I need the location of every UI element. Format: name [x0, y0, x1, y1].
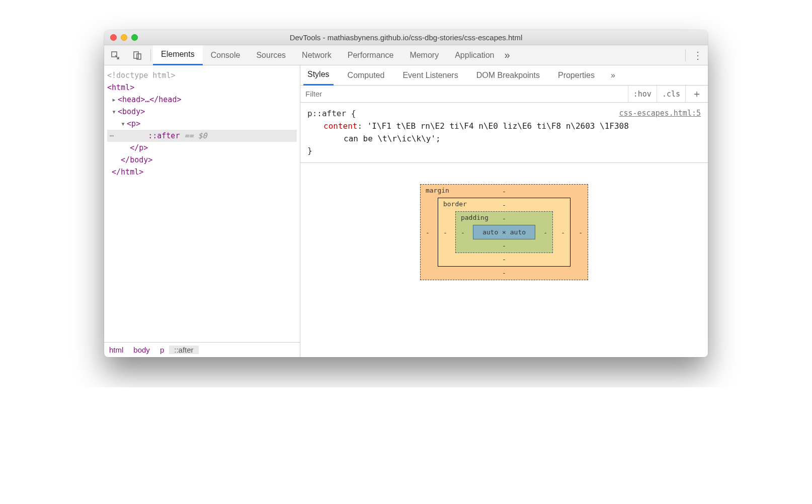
tab-elements[interactable]: Elements — [153, 45, 203, 65]
dom-after-pseudo: ::after — [148, 131, 180, 140]
dom-html-open[interactable]: <html> — [107, 83, 134, 92]
dom-selected-node[interactable]: ⋯ ::after == $0 — [107, 130, 297, 142]
crumb-html[interactable]: html — [104, 346, 128, 354]
minimize-icon[interactable] — [121, 34, 127, 41]
margin-label: margin — [426, 187, 449, 194]
breadcrumb: html body p ::after — [104, 342, 300, 357]
box-margin[interactable]: margin - - - - border - - - - padding — [420, 184, 588, 280]
tab-memory[interactable]: Memory — [401, 45, 447, 65]
css-property-value[interactable]: 'I\F1 t\EB rn\E2 ti\F4 n\E0 liz\E6 ti\F8… — [367, 121, 629, 131]
css-property-value-cont: can be \t\r\ic\k\y'; — [344, 134, 441, 143]
crumb-body[interactable]: body — [128, 346, 155, 354]
border-left[interactable]: - — [443, 228, 447, 236]
border-bottom[interactable]: - — [502, 256, 506, 263]
tab-application[interactable]: Application — [447, 45, 502, 65]
crumb-p[interactable]: p — [155, 346, 169, 354]
dom-p-close[interactable]: </p> — [130, 143, 148, 152]
inspect-icon[interactable] — [104, 45, 126, 65]
dom-html-close[interactable]: </html> — [112, 167, 143, 177]
border-label: border — [443, 200, 467, 208]
dom-head[interactable]: <head>…</head> — [118, 95, 181, 104]
panels-split: <!doctype html> <html> ▸<head>…</head> ▾… — [104, 65, 708, 357]
divider — [685, 49, 686, 61]
subtabs-overflow-icon[interactable]: » — [609, 65, 617, 86]
padding-left[interactable]: - — [461, 228, 465, 236]
cls-toggle[interactable]: .cls — [657, 86, 685, 102]
new-rule-button[interactable]: ＋ — [685, 86, 708, 102]
dom-doctype[interactable]: <!doctype html> — [107, 69, 297, 81]
svg-rect-1 — [134, 52, 138, 58]
styles-panel: Styles Computed Event Listeners DOM Brea… — [300, 65, 708, 357]
subtab-computed[interactable]: Computed — [344, 65, 389, 86]
chevron-down-icon[interactable]: ▾ — [121, 118, 127, 130]
chevron-right-icon[interactable]: ▸ — [112, 94, 118, 106]
border-right[interactable]: - — [561, 228, 565, 236]
padding-bottom[interactable]: - — [502, 242, 506, 249]
dom-body-open[interactable]: <body> — [118, 107, 145, 116]
zoom-icon[interactable] — [131, 34, 138, 41]
dom-p-open[interactable]: <p> — [127, 119, 140, 128]
subtab-properties[interactable]: Properties — [554, 65, 599, 86]
margin-top[interactable]: - — [502, 188, 506, 195]
crumb-after[interactable]: ::after — [169, 346, 198, 354]
styles-tabbar: Styles Computed Event Listeners DOM Brea… — [300, 65, 708, 86]
window-title: DevTools - mathiasbynens.github.io/css-d… — [104, 33, 708, 42]
ellipsis-icon: ⋯ — [107, 130, 116, 142]
subtab-dom-breakpoints[interactable]: DOM Breakpoints — [472, 65, 544, 86]
dom-eq-zero: == $0 — [180, 131, 207, 140]
rule-source-link[interactable]: css-escapes.html:5 — [619, 108, 701, 119]
settings-menu-icon[interactable]: ⋮ — [688, 49, 708, 61]
padding-top[interactable]: - — [502, 215, 506, 222]
subtab-event-listeners[interactable]: Event Listeners — [398, 65, 462, 86]
rule-close-brace: } — [307, 146, 312, 155]
margin-right[interactable]: - — [579, 228, 583, 236]
box-content[interactable]: auto × auto — [473, 225, 535, 239]
titlebar: DevTools - mathiasbynens.github.io/css-d… — [104, 30, 708, 45]
main-tabbar: Elements Console Sources Network Perform… — [104, 45, 708, 65]
css-rule[interactable]: css-escapes.html:5 p::after { content: '… — [300, 103, 708, 163]
box-model[interactable]: margin - - - - border - - - - padding — [300, 163, 708, 357]
devtools-window: DevTools - mathiasbynens.github.io/css-d… — [104, 30, 708, 357]
padding-right[interactable]: - — [543, 228, 547, 236]
tabs-overflow-icon[interactable]: » — [504, 49, 510, 61]
hov-toggle[interactable]: :hov — [628, 86, 657, 102]
divider — [150, 49, 151, 61]
styles-filter-input[interactable] — [300, 90, 628, 98]
device-toggle-icon[interactable] — [126, 45, 148, 65]
box-padding[interactable]: padding - - - - auto × auto — [455, 211, 553, 253]
tab-performance[interactable]: Performance — [340, 45, 402, 65]
tab-console[interactable]: Console — [203, 45, 249, 65]
css-property-name[interactable]: content — [323, 121, 357, 131]
rule-selector: p::after { — [307, 109, 356, 118]
close-icon[interactable] — [110, 34, 117, 41]
elements-panel: <!doctype html> <html> ▸<head>…</head> ▾… — [104, 65, 300, 357]
margin-bottom[interactable]: - — [502, 269, 506, 277]
border-top[interactable]: - — [502, 201, 506, 209]
dom-body-close[interactable]: </body> — [121, 155, 152, 164]
subtab-styles[interactable]: Styles — [303, 65, 334, 86]
padding-label: padding — [461, 214, 489, 221]
traffic-lights — [110, 34, 138, 41]
margin-left[interactable]: - — [426, 228, 430, 236]
box-border[interactable]: border - - - - padding - - - - au — [438, 198, 571, 267]
dom-tree[interactable]: <!doctype html> <html> ▸<head>…</head> ▾… — [104, 65, 300, 342]
tab-sources[interactable]: Sources — [248, 45, 294, 65]
styles-filter-row: :hov .cls ＋ — [300, 86, 708, 103]
chevron-down-icon[interactable]: ▾ — [112, 106, 118, 118]
tab-network[interactable]: Network — [294, 45, 340, 65]
